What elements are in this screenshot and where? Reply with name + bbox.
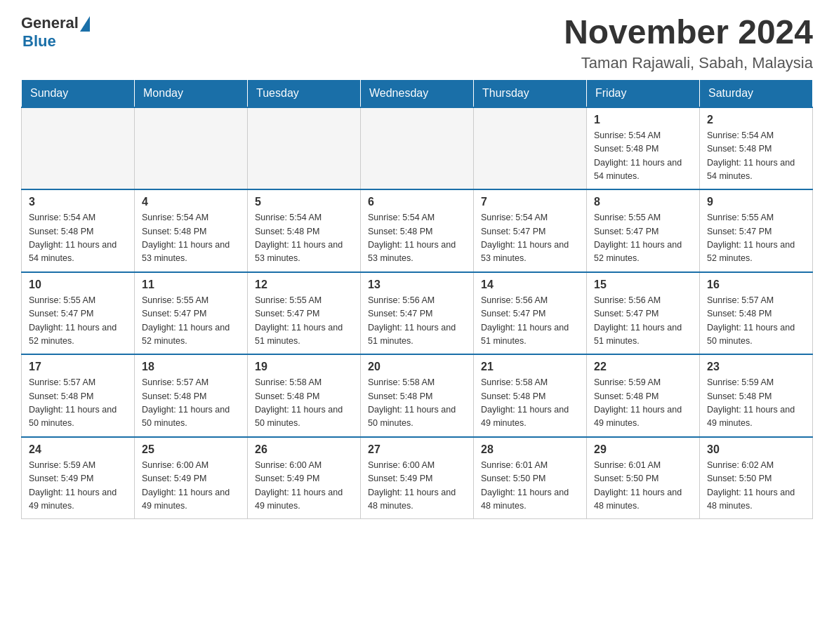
day-number: 19 [255,361,353,373]
calendar-cell [22,107,135,190]
calendar-cell: 28Sunrise: 6:01 AM Sunset: 5:50 PM Dayli… [474,437,587,519]
day-number: 26 [255,443,353,456]
day-info: Sunrise: 6:00 AM Sunset: 5:49 PM Dayligh… [368,459,466,514]
calendar-cell: 13Sunrise: 5:56 AM Sunset: 5:47 PM Dayli… [361,272,474,355]
day-number: 17 [29,361,127,373]
day-info: Sunrise: 5:55 AM Sunset: 5:47 PM Dayligh… [29,294,127,349]
day-info: Sunrise: 6:00 AM Sunset: 5:49 PM Dayligh… [255,459,353,514]
calendar-cell: 2Sunrise: 5:54 AM Sunset: 5:48 PM Daylig… [700,107,813,190]
page-header: General Blue November 2024 Taman Rajawal… [21,14,813,72]
day-number: 7 [481,196,579,208]
calendar-cell [135,107,248,190]
day-number: 8 [594,196,692,208]
header-friday: Friday [587,79,700,107]
day-info: Sunrise: 5:59 AM Sunset: 5:49 PM Dayligh… [29,459,127,514]
header-tuesday: Tuesday [248,79,361,107]
calendar-cell: 20Sunrise: 5:58 AM Sunset: 5:48 PM Dayli… [361,354,474,437]
day-number: 2 [707,114,805,126]
calendar-cell: 22Sunrise: 5:59 AM Sunset: 5:48 PM Dayli… [587,354,700,437]
day-info: Sunrise: 5:56 AM Sunset: 5:47 PM Dayligh… [368,294,466,349]
day-number: 12 [255,279,353,291]
calendar-week-row: 10Sunrise: 5:55 AM Sunset: 5:47 PM Dayli… [22,272,813,355]
header-monday: Monday [135,79,248,107]
calendar-cell: 15Sunrise: 5:56 AM Sunset: 5:47 PM Dayli… [587,272,700,355]
day-number: 28 [481,443,579,456]
calendar-cell: 25Sunrise: 6:00 AM Sunset: 5:49 PM Dayli… [135,437,248,519]
day-info: Sunrise: 5:55 AM Sunset: 5:47 PM Dayligh… [142,294,240,349]
day-info: Sunrise: 5:59 AM Sunset: 5:48 PM Dayligh… [707,376,805,431]
day-number: 13 [368,279,466,291]
calendar-cell: 12Sunrise: 5:55 AM Sunset: 5:47 PM Dayli… [248,272,361,355]
page-title: November 2024 [564,14,813,51]
day-number: 30 [707,443,805,456]
day-info: Sunrise: 5:56 AM Sunset: 5:47 PM Dayligh… [481,294,579,349]
calendar-cell: 1Sunrise: 5:54 AM Sunset: 5:48 PM Daylig… [587,107,700,190]
calendar-cell: 19Sunrise: 5:58 AM Sunset: 5:48 PM Dayli… [248,354,361,437]
day-info: Sunrise: 5:55 AM Sunset: 5:47 PM Dayligh… [594,211,692,266]
calendar-cell: 21Sunrise: 5:58 AM Sunset: 5:48 PM Dayli… [474,354,587,437]
day-info: Sunrise: 5:55 AM Sunset: 5:47 PM Dayligh… [707,211,805,266]
day-number: 9 [707,196,805,208]
day-info: Sunrise: 5:59 AM Sunset: 5:48 PM Dayligh… [594,376,692,431]
day-number: 27 [368,443,466,456]
header-wednesday: Wednesday [361,79,474,107]
calendar-table: SundayMondayTuesdayWednesdayThursdayFrid… [21,79,813,520]
page-subtitle: Taman Rajawali, Sabah, Malaysia [564,54,813,72]
calendar-week-row: 1Sunrise: 5:54 AM Sunset: 5:48 PM Daylig… [22,107,813,190]
day-info: Sunrise: 5:54 AM Sunset: 5:48 PM Dayligh… [255,211,353,266]
calendar-cell: 26Sunrise: 6:00 AM Sunset: 5:49 PM Dayli… [248,437,361,519]
day-info: Sunrise: 5:57 AM Sunset: 5:48 PM Dayligh… [707,294,805,349]
logo-blue-text: Blue [22,32,56,51]
day-number: 6 [368,196,466,208]
day-info: Sunrise: 5:54 AM Sunset: 5:48 PM Dayligh… [29,211,127,266]
logo: General Blue [21,14,90,51]
day-number: 24 [29,443,127,456]
day-info: Sunrise: 5:54 AM Sunset: 5:48 PM Dayligh… [707,129,805,184]
calendar-cell: 9Sunrise: 5:55 AM Sunset: 5:47 PM Daylig… [700,189,813,272]
day-number: 29 [594,443,692,456]
day-info: Sunrise: 5:55 AM Sunset: 5:47 PM Dayligh… [255,294,353,349]
calendar-cell: 10Sunrise: 5:55 AM Sunset: 5:47 PM Dayli… [22,272,135,355]
calendar-cell: 8Sunrise: 5:55 AM Sunset: 5:47 PM Daylig… [587,189,700,272]
calendar-cell: 17Sunrise: 5:57 AM Sunset: 5:48 PM Dayli… [22,354,135,437]
day-info: Sunrise: 6:01 AM Sunset: 5:50 PM Dayligh… [481,459,579,514]
day-info: Sunrise: 6:02 AM Sunset: 5:50 PM Dayligh… [707,459,805,514]
calendar-header-row: SundayMondayTuesdayWednesdayThursdayFrid… [22,79,813,107]
calendar-cell: 7Sunrise: 5:54 AM Sunset: 5:47 PM Daylig… [474,189,587,272]
day-number: 3 [29,196,127,208]
day-number: 25 [142,443,240,456]
calendar-cell: 30Sunrise: 6:02 AM Sunset: 5:50 PM Dayli… [700,437,813,519]
day-number: 10 [29,279,127,291]
day-info: Sunrise: 5:56 AM Sunset: 5:47 PM Dayligh… [594,294,692,349]
day-info: Sunrise: 5:54 AM Sunset: 5:48 PM Dayligh… [368,211,466,266]
calendar-cell: 18Sunrise: 5:57 AM Sunset: 5:48 PM Dayli… [135,354,248,437]
calendar-cell: 11Sunrise: 5:55 AM Sunset: 5:47 PM Dayli… [135,272,248,355]
day-info: Sunrise: 5:57 AM Sunset: 5:48 PM Dayligh… [29,376,127,431]
calendar-cell [248,107,361,190]
day-number: 1 [594,114,692,126]
day-number: 23 [707,361,805,373]
calendar-cell: 14Sunrise: 5:56 AM Sunset: 5:47 PM Dayli… [474,272,587,355]
calendar-cell: 29Sunrise: 6:01 AM Sunset: 5:50 PM Dayli… [587,437,700,519]
calendar-cell: 27Sunrise: 6:00 AM Sunset: 5:49 PM Dayli… [361,437,474,519]
header-thursday: Thursday [474,79,587,107]
day-info: Sunrise: 5:54 AM Sunset: 5:48 PM Dayligh… [142,211,240,266]
day-info: Sunrise: 5:57 AM Sunset: 5:48 PM Dayligh… [142,376,240,431]
calendar-cell: 23Sunrise: 5:59 AM Sunset: 5:48 PM Dayli… [700,354,813,437]
calendar-cell: 6Sunrise: 5:54 AM Sunset: 5:48 PM Daylig… [361,189,474,272]
logo-triangle-icon [80,16,90,32]
day-info: Sunrise: 5:58 AM Sunset: 5:48 PM Dayligh… [255,376,353,431]
day-number: 22 [594,361,692,373]
calendar-cell: 5Sunrise: 5:54 AM Sunset: 5:48 PM Daylig… [248,189,361,272]
header-saturday: Saturday [700,79,813,107]
calendar-cell [361,107,474,190]
calendar-cell: 16Sunrise: 5:57 AM Sunset: 5:48 PM Dayli… [700,272,813,355]
day-number: 5 [255,196,353,208]
day-info: Sunrise: 5:54 AM Sunset: 5:47 PM Dayligh… [481,211,579,266]
day-number: 11 [142,279,240,291]
day-info: Sunrise: 5:58 AM Sunset: 5:48 PM Dayligh… [368,376,466,431]
calendar-cell: 4Sunrise: 5:54 AM Sunset: 5:48 PM Daylig… [135,189,248,272]
day-info: Sunrise: 6:00 AM Sunset: 5:49 PM Dayligh… [142,459,240,514]
day-info: Sunrise: 5:54 AM Sunset: 5:48 PM Dayligh… [594,129,692,184]
calendar-cell [474,107,587,190]
